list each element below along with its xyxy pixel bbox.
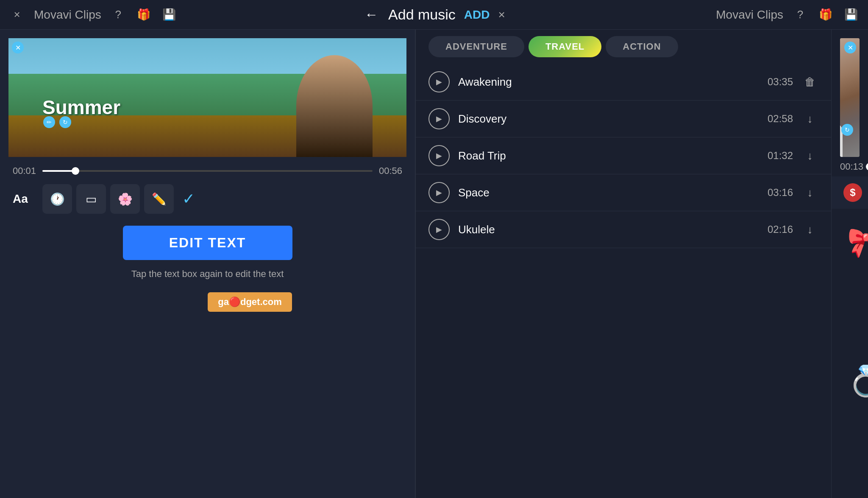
edit-text-section: EDIT TEXT Tap the text box again to edit… — [0, 217, 415, 288]
play-icon: ▶ — [436, 114, 442, 123]
timeline-scrubber[interactable] — [72, 167, 79, 175]
tab-action[interactable]: ACTION — [606, 36, 678, 57]
left-help-btn[interactable]: ? — [110, 6, 127, 23]
timeline-bar: 00:01 00:56 — [0, 161, 415, 181]
song-title-roadtrip: Road Trip — [458, 149, 755, 162]
text-rotate-badge[interactable]: ↻ — [59, 116, 71, 128]
song-title-ukulele: Ukulele — [458, 223, 755, 236]
download-space-btn[interactable]: ↓ — [801, 186, 818, 199]
back-btn[interactable]: ← — [363, 6, 380, 23]
toolbar-confirm-btn[interactable]: ✓ — [182, 190, 195, 208]
sticker-rings2[interactable]: 💍 — [840, 355, 868, 406]
song-item-awakening[interactable]: ▶ Awakening 03:35 🗑 — [416, 64, 831, 101]
right-timeline: 00:13 00:56 — [832, 157, 868, 176]
left-save-btn[interactable]: 💾 — [161, 6, 178, 23]
download-roadtrip-btn[interactable]: ↓ — [801, 149, 818, 162]
header-right: Movavi Clips ? 🎁 💾 — [656, 6, 860, 23]
song-duration-discovery: 02:58 — [763, 113, 793, 125]
timeline-start: 00:01 — [13, 165, 36, 176]
left-gift-icon: 🎁 — [137, 8, 150, 21]
watermark-highlight: 🔴 — [229, 297, 240, 307]
delete-awakening-btn[interactable]: 🗑 — [801, 76, 818, 89]
toolbar: Aa 🕐 ▭ 🌸 ✏️ ✓ — [0, 181, 415, 217]
couple-photo-bg: 💗 💗 — [840, 38, 860, 157]
video-preview-container: Summer ✕ ✏ ↻ — [0, 38, 415, 157]
sticker-close-badge[interactable]: ✕ — [844, 42, 856, 53]
timeline-progress — [42, 170, 75, 172]
back-arrow-icon: ← — [364, 7, 378, 22]
pen-icon: ✏️ — [152, 192, 167, 206]
text-close-badge[interactable]: ✕ — [12, 42, 24, 53]
song-item-ukulele[interactable]: ▶ Ukulele 02:16 ↓ — [416, 211, 831, 248]
music-panel: ADVENTURE TRAVEL ACTION ▶ Awakening 03:3… — [416, 30, 831, 498]
left-close-btn[interactable]: × — [8, 6, 25, 23]
sticker-rotate-badge[interactable]: ↻ — [841, 124, 853, 136]
text-font-label: Aa — [13, 192, 38, 206]
play-roadtrip-btn[interactable]: ▶ — [428, 145, 450, 166]
song-item-space[interactable]: ▶ Space 03:16 ↓ — [416, 174, 831, 211]
play-space-btn[interactable]: ▶ — [428, 182, 450, 203]
right-gift-icon: 🎁 — [819, 8, 832, 21]
main-content: Summer ✕ ✏ ↻ 00:01 00:56 Aa — [0, 30, 868, 498]
sticker-toolbar: $ 🧸 🎉 👋 🎩 ❤️ 🏠 🥸 � — [832, 176, 868, 209]
download-discovery-btn[interactable]: ↓ — [801, 112, 818, 126]
person-silhouette — [296, 55, 373, 157]
right-app-title: Movavi Clips — [716, 8, 783, 22]
edit-hint-text: Tap the text box again to edit the text — [131, 269, 284, 280]
frame-tool-btn[interactable]: ▭ — [76, 184, 106, 214]
download-ukulele-btn[interactable]: ↓ — [801, 223, 818, 236]
summer-text: Summer — [42, 96, 120, 119]
right-save-btn[interactable]: 💾 — [843, 6, 860, 23]
play-icon: ▶ — [436, 151, 442, 160]
text-edit-badge[interactable]: ✏ — [43, 116, 55, 128]
frame-icon: ▭ — [86, 192, 97, 206]
sticker-dollar-btn[interactable]: $ — [840, 180, 865, 205]
color-tool-btn[interactable]: 🌸 — [110, 184, 140, 214]
left-save-icon: 💾 — [162, 8, 176, 21]
play-awakening-btn[interactable]: ▶ — [428, 71, 450, 92]
timeline-track[interactable] — [42, 170, 373, 172]
right-timeline-scrubber[interactable] — [866, 163, 868, 171]
song-duration-awakening: 03:35 — [763, 76, 793, 88]
sticker-panel: 💗 💗 ✕ ✏ ↻ 00:13 00:56 $ — [832, 30, 868, 498]
play-icon: ▶ — [436, 77, 442, 87]
left-gift-btn[interactable]: 🎁 — [135, 6, 152, 23]
song-title-awakening: Awakening — [458, 76, 755, 89]
tab-adventure[interactable]: ADVENTURE — [428, 36, 524, 57]
sticker-bow[interactable]: 🎀 — [840, 217, 868, 268]
song-list: ▶ Awakening 03:35 🗑 ▶ Discovery 02:58 ↓ … — [416, 64, 831, 498]
video-preview: Summer ✕ ✏ ↻ — [8, 38, 406, 157]
left-panel: Summer ✕ ✏ ↻ 00:01 00:56 Aa — [0, 30, 415, 498]
song-duration-ukulele: 02:16 — [763, 224, 793, 235]
sticker-preview: 💗 💗 ✕ ✏ ↻ — [840, 38, 860, 157]
video-background: Summer ✕ ✏ ↻ — [8, 38, 406, 157]
song-duration-space: 03:16 — [763, 187, 793, 199]
clock-icon: 🕐 — [50, 192, 65, 206]
tab-travel[interactable]: TRAVEL — [529, 36, 601, 57]
photo-bg — [840, 38, 860, 157]
play-ukulele-btn[interactable]: ▶ — [428, 219, 450, 240]
play-discovery-btn[interactable]: ▶ — [428, 108, 450, 129]
right-gift-btn[interactable]: 🎁 — [817, 6, 834, 23]
song-item-roadtrip[interactable]: ▶ Road Trip 01:32 ↓ — [416, 137, 831, 174]
timeline-end: 00:56 — [379, 165, 402, 176]
play-icon: ▶ — [436, 188, 442, 197]
add-button[interactable]: ADD — [464, 8, 490, 22]
right-help-btn[interactable]: ? — [792, 6, 809, 23]
header-close-btn[interactable]: × — [498, 8, 505, 22]
play-icon: ▶ — [436, 225, 442, 234]
top-header: × Movavi Clips ? 🎁 💾 ← Add music ADD × M… — [0, 0, 868, 30]
clock-tool-btn[interactable]: 🕐 — [42, 184, 72, 214]
watermark-text2: dget.com — [240, 297, 282, 307]
song-item-discovery[interactable]: ▶ Discovery 02:58 ↓ — [416, 101, 831, 137]
left-help-icon: ? — [115, 8, 121, 21]
left-close-icon: × — [14, 8, 20, 21]
song-title-discovery: Discovery — [458, 112, 755, 126]
song-duration-roadtrip: 01:32 — [763, 150, 793, 162]
pen-tool-btn[interactable]: ✏️ — [144, 184, 174, 214]
edit-text-button[interactable]: EDIT TEXT — [123, 226, 292, 260]
right-help-icon: ? — [797, 8, 803, 21]
page-title: Add music — [388, 6, 456, 23]
header-center: ← Add music ADD × — [212, 6, 656, 23]
sticker-grid: 🎀 💗 🎂 💍 💍 🎏 💐 💚 — [832, 209, 868, 498]
